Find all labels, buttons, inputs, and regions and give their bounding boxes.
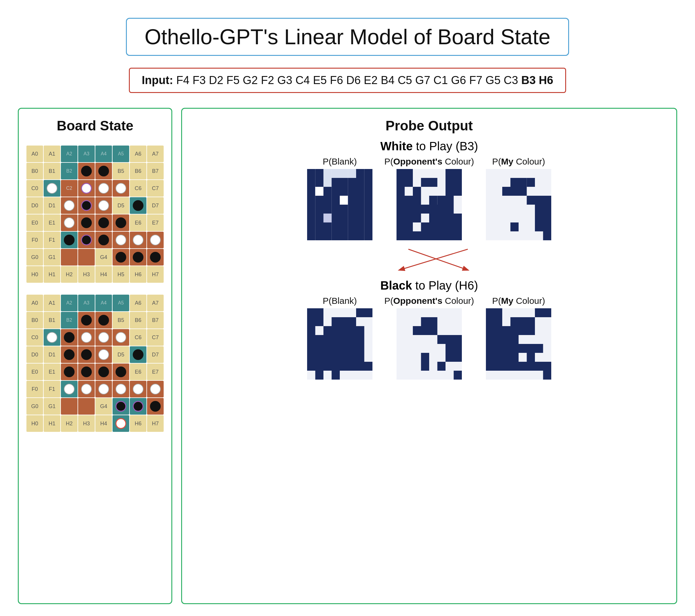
svg-rect-69 [421, 178, 437, 187]
cell-F7 [147, 232, 164, 248]
svg-rect-68 [396, 178, 413, 187]
svg-rect-71 [396, 187, 405, 196]
cell-C5 [113, 180, 129, 196]
cell-E5 [113, 215, 129, 231]
b2-E0: E0 [27, 363, 43, 380]
cell-H3: H3 [78, 266, 95, 283]
svg-rect-140 [502, 353, 519, 362]
cell-C0: C0 [27, 180, 43, 196]
cell-G7 [147, 249, 164, 266]
board2-wrap: A0 A1 A2 A3 A4 A5 A6 A7 B0 B1 B2 [27, 295, 164, 432]
svg-rect-84 [421, 222, 462, 232]
b2-A3: A3 [78, 295, 95, 311]
svg-rect-126 [437, 362, 445, 371]
cell-E1: E1 [44, 215, 60, 231]
cell-A3: A3 [78, 146, 95, 162]
svg-rect-77 [437, 196, 454, 205]
b2-G3 [78, 398, 95, 415]
b2-E5 [113, 363, 129, 380]
svg-rect-96 [535, 222, 551, 232]
svg-rect-137 [486, 344, 502, 353]
input-label: Input: [142, 74, 173, 86]
cell-H5: H5 [113, 266, 129, 283]
b2-G0: G0 [27, 398, 43, 415]
b2-G5 [113, 398, 129, 415]
cell-C6: C6 [130, 180, 147, 196]
cell-B5: B5 [113, 163, 129, 179]
cell-B0: B0 [27, 163, 43, 179]
svg-rect-73 [445, 187, 462, 196]
svg-rect-81 [413, 213, 421, 222]
cell-A5: A5 [113, 146, 129, 162]
b2-D3 [78, 346, 95, 363]
cell-D3 [78, 197, 95, 214]
b2-C6: C6 [130, 329, 147, 346]
cell-E0: E0 [27, 215, 43, 231]
svg-rect-142 [486, 362, 551, 371]
svg-rect-91 [527, 196, 535, 205]
svg-rect-132 [511, 317, 535, 326]
b2-A0: A0 [27, 295, 43, 311]
probe-output-title: Probe Output [386, 118, 473, 134]
white-opponent-col: P(Opponent's Colour) [384, 156, 474, 240]
cell-F2 [61, 232, 78, 248]
b2-A5: A5 [113, 295, 129, 311]
b2-H6: H6 [130, 415, 147, 432]
svg-rect-70 [445, 178, 462, 187]
cell-B3 [78, 163, 95, 179]
b2-F4 [95, 381, 112, 397]
b2-H3: H3 [78, 415, 95, 432]
white-my-col: P(My Colour) [486, 156, 551, 240]
b2-H2: H2 [61, 415, 78, 432]
right-panel: Probe Output White to Play (B3) P(Blank) [181, 108, 677, 604]
b2-D6 [130, 346, 147, 363]
svg-rect-138 [502, 344, 543, 353]
cell-G3 [78, 249, 95, 266]
black-my-grid [486, 308, 551, 380]
black-opp-label: P(Opponent's Colour) [384, 296, 474, 306]
cell-F3 [78, 232, 95, 248]
white-turn-label: White to Play (B3) [380, 140, 478, 153]
black-opponent-col: P(Opponent's Colour) [384, 296, 474, 380]
b2-C3 [78, 329, 95, 346]
svg-rect-67 [445, 169, 462, 178]
b2-B7: B7 [147, 312, 164, 328]
black-blank-col: P(Blank) [307, 296, 372, 380]
svg-rect-95 [511, 222, 519, 232]
black-blank-svg [307, 308, 372, 380]
svg-rect-94 [535, 213, 551, 222]
board-state-title: Board State [57, 118, 133, 134]
b2-A6: A6 [130, 295, 147, 311]
b2-E3 [78, 363, 95, 380]
black-opp-grid [396, 308, 462, 380]
b2-D7: D7 [147, 346, 164, 363]
b2-B6: B6 [130, 312, 147, 328]
svg-rect-141 [527, 353, 535, 362]
b2-C1 [44, 329, 60, 346]
cell-H2: H2 [61, 266, 78, 283]
svg-rect-113 [307, 362, 372, 371]
cell-C3 [78, 180, 95, 196]
white-blank-label: P(Blank) [323, 156, 357, 167]
cell-G2 [61, 249, 78, 266]
cell-G4: G4 [95, 249, 112, 266]
board1-wrap: A0 A1 A2 A3 A4 A5 A6 A7 B0 B1 B2 [27, 146, 164, 283]
b2-E6: E6 [130, 363, 147, 380]
svg-rect-80 [396, 213, 413, 222]
white-my-label: P(My Colour) [492, 156, 545, 167]
b2-H4: H4 [95, 415, 112, 432]
white-probe-row: P(Blank) [307, 156, 551, 240]
cell-F4 [95, 232, 112, 248]
svg-rect-125 [421, 362, 429, 371]
b2-C2 [61, 329, 78, 346]
b2-B0: B0 [27, 312, 43, 328]
svg-rect-104 [332, 317, 356, 326]
svg-rect-93 [535, 205, 551, 213]
board1-grid: A0 A1 A2 A3 A4 A5 A6 A7 B0 B1 B2 [27, 146, 164, 283]
svg-rect-82 [429, 213, 462, 222]
b2-H5 [113, 415, 129, 432]
cell-G1: G1 [44, 249, 60, 266]
title-box: Othello-GPT's Linear Model of Board Stat… [126, 18, 569, 56]
b2-H1: H1 [44, 415, 60, 432]
svg-rect-97 [543, 232, 552, 240]
